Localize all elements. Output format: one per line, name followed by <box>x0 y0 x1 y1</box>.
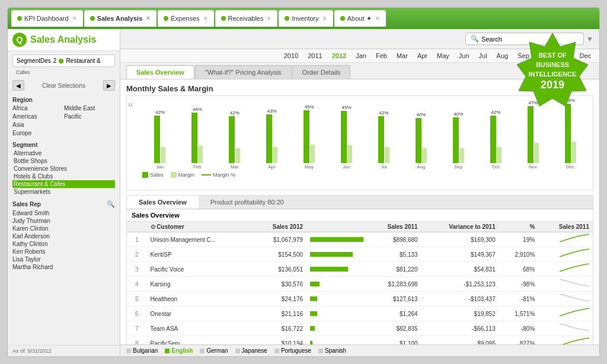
bar-group-apr: 43%Apr <box>254 108 290 170</box>
salesrep-edward[interactable]: Edward Smith <box>12 209 115 217</box>
lang-portuguese[interactable]: Portuguese <box>274 347 311 354</box>
period-feb[interactable]: Feb <box>373 52 389 60</box>
salesrep-karen[interactable]: Karen Clinton <box>12 225 115 232</box>
sparkline-icon <box>560 323 589 333</box>
cell-customer: PacificServ <box>147 336 253 345</box>
filter-num: 2 <box>53 58 57 64</box>
table-row[interactable]: 2 KentiSP $154,500 $5,133 $149,367 2,910… <box>127 247 593 262</box>
close-icon[interactable]: ✕ <box>322 15 327 21</box>
clear-selections-button[interactable]: Clear Selections <box>42 82 85 89</box>
cell-sales2011: $81,220 <box>367 262 421 277</box>
tab-sales-analysis[interactable]: Sales Analysis ✕ <box>84 10 157 27</box>
table-row[interactable]: 3 Pacific Voice $136,051 $81,220 $54,831… <box>127 262 593 277</box>
table-row[interactable]: 6 Onestar $21,116 $1,264 $19,852 1,571% <box>127 306 593 321</box>
segment-filter-box[interactable]: SegmentDes 2 Restaurant & <box>12 55 115 67</box>
period-jun[interactable]: Jun <box>456 52 472 60</box>
sales-table: ⊙ Customer Sales 2012 Sales 2011 Varianc… <box>127 222 593 344</box>
period-2011[interactable]: 2011 <box>305 52 324 60</box>
table-row[interactable]: 1 Unison Management C... $1,067,979 $898… <box>127 232 593 247</box>
sidebar-title: Sales Analysis <box>30 34 96 45</box>
close-icon[interactable]: ✕ <box>267 15 271 21</box>
segment-item-supermarkets[interactable]: Supermarkets <box>12 188 115 196</box>
salesrep-lisa[interactable]: Lisa Taylor <box>12 256 115 263</box>
lang-spanish[interactable]: Spanish <box>318 347 346 354</box>
bar-group-mar: 42%Mar <box>217 110 253 170</box>
prev-arrow-button[interactable]: ◀ <box>12 80 24 91</box>
subtab-sales-overview[interactable]: Sales Overview <box>126 65 194 79</box>
table-row[interactable]: 4 Karsing $30,576 $1,283,698 -$1,253,123… <box>127 277 593 292</box>
salesrep-kathy[interactable]: Kathy Clinton <box>12 240 115 248</box>
bars-row: 42%Jan44%Feb42%Mar43%Apr45%May45%Jun42%J… <box>142 104 588 170</box>
tab-receivables-label: Receivables <box>228 15 264 22</box>
close-icon[interactable]: ✕ <box>146 15 151 21</box>
search-icon: 🔍 <box>471 35 479 43</box>
salesrep-judy[interactable]: Judy Thurman <box>12 217 115 225</box>
tab-sales-label: Sales Analysis <box>97 15 143 22</box>
tab-dot <box>90 16 95 21</box>
table-row[interactable]: 8 PacificServ $10,194 $1,100 $9,095 827% <box>127 336 593 345</box>
region-item-europe[interactable]: Europe <box>12 129 63 137</box>
subtab-whatif[interactable]: "What-if?" Pricing Analysis <box>195 65 292 79</box>
segment-item-alternative[interactable]: Alternative <box>12 149 115 157</box>
table-tab-profitability[interactable]: Product profitability 80:20 <box>199 196 296 209</box>
chart-area: Monthly Sales & Margin M 42%Jan44%Feb42%… <box>120 79 599 344</box>
region-item-asia[interactable]: Asia <box>12 121 63 129</box>
period-mar[interactable]: Mar <box>394 52 410 60</box>
table-row[interactable]: 5 Healtheon $24,176 $127,613 -$103,437 -… <box>127 292 593 306</box>
region-item-middleeast[interactable]: Middle East <box>64 104 115 112</box>
tab-dot <box>340 16 345 21</box>
tab-receivables[interactable]: Receivables ✕ <box>215 10 278 27</box>
cell-customer: Team ASA <box>147 321 253 336</box>
close-icon[interactable]: ✕ <box>203 15 208 21</box>
cell-sales2012: $16,722 <box>252 321 306 336</box>
lang-german[interactable]: German <box>200 347 228 354</box>
table-tab-sales-overview[interactable]: Sales Overview <box>127 196 199 209</box>
next-arrow-button[interactable]: ▶ <box>103 80 115 91</box>
period-may[interactable]: May <box>435 52 452 60</box>
region-item-africa[interactable]: Africa <box>12 104 63 112</box>
lang-label-portuguese: Portuguese <box>281 347 311 354</box>
region-label: Region <box>12 97 115 103</box>
lang-bulgarian[interactable]: Bulgarian <box>126 347 158 354</box>
tab-about[interactable]: About ✦ ✕ <box>334 10 386 27</box>
sparkline-icon <box>560 234 589 244</box>
salesrep-martha[interactable]: Martha Richard <box>12 263 115 271</box>
region-item-empty1 <box>64 121 115 129</box>
segment-item-hotels[interactable]: Hotels & Clubs <box>12 173 115 180</box>
cell-variance: -$66,113 <box>421 321 499 336</box>
bar-group-feb: 44%Feb <box>180 107 215 170</box>
salesrep-ken[interactable]: Ken Roberts <box>12 248 115 256</box>
tab-inventory[interactable]: Inventory ✕ <box>279 10 333 27</box>
subtab-order-details[interactable]: Order Details <box>292 65 351 79</box>
segment-item-convenience[interactable]: Convenience Stores <box>12 165 115 173</box>
lang-english[interactable]: English <box>165 347 193 354</box>
salesrep-search-icon[interactable]: 🔍 <box>107 200 115 208</box>
period-2012[interactable]: 2012 <box>330 52 349 60</box>
salesrep-karl[interactable]: Karl Anderson <box>12 232 115 240</box>
segment-item-restaurant[interactable]: Restaurant & Cafes <box>12 180 115 188</box>
period-aug[interactable]: Aug <box>494 52 511 60</box>
region-item-americas[interactable]: Americas <box>12 113 63 120</box>
period-jul[interactable]: Jul <box>477 52 490 60</box>
tab-expenses[interactable]: Expenses ✕ <box>158 10 213 27</box>
tab-kpi-dashboard[interactable]: KPI Dashboard ✕ <box>11 10 83 27</box>
cell-variance: $169,300 <box>421 232 499 247</box>
col-customer[interactable]: ⊙ Customer <box>147 222 253 232</box>
period-jan[interactable]: Jan <box>353 52 369 60</box>
tab-about-label: About ✦ <box>347 15 372 23</box>
table-row[interactable]: 7 Team ASA $16,722 $82,835 -$66,113 -80% <box>127 321 593 336</box>
svg-text:BUSINESS: BUSINESS <box>536 61 569 68</box>
segment-item-bottleshops[interactable]: Bottle Shops <box>12 157 115 165</box>
cell-sales2011: $1,100 <box>367 336 421 345</box>
close-icon[interactable]: ✕ <box>375 15 380 21</box>
close-icon[interactable]: ✕ <box>72 15 77 21</box>
period-apr[interactable]: Apr <box>415 52 430 60</box>
bar-group-jan: 42%Jan <box>142 110 178 170</box>
green-dot-icon <box>59 59 63 63</box>
lang-japanese[interactable]: Japanese <box>235 347 267 354</box>
cell-spark <box>538 232 593 247</box>
cell-spark <box>538 262 593 277</box>
main-content: Q Sales Analysis SegmentDes 2 Restaurant… <box>8 29 599 356</box>
period-2010[interactable]: 2010 <box>282 52 301 60</box>
region-item-pacific[interactable]: Pacific <box>64 113 115 120</box>
